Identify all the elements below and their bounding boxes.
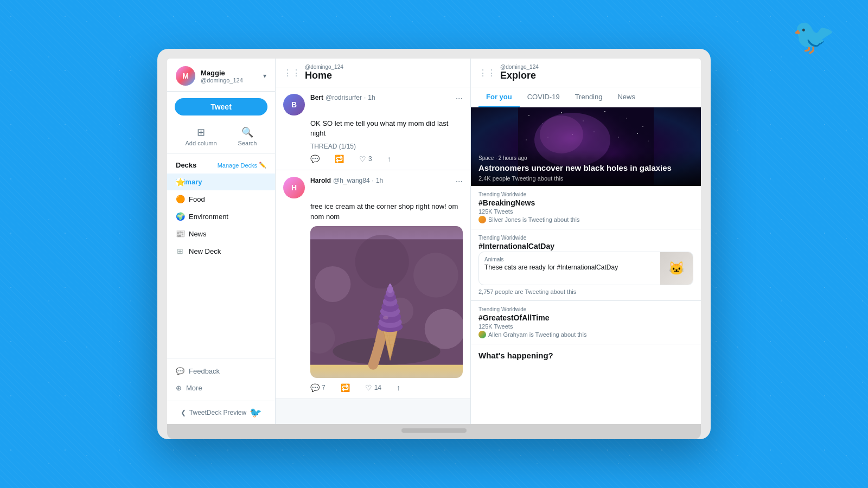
deck-environment[interactable]: 🌍 Environment xyxy=(167,208,275,225)
column-drag-handle[interactable]: ⋮⋮ xyxy=(283,68,301,78)
deck-primary-icon: ⭐ xyxy=(176,178,184,187)
tab-covid[interactable]: COVID-19 xyxy=(520,87,567,107)
share-action[interactable]: ↑ xyxy=(387,155,391,163)
retweet-action[interactable]: 🔁 xyxy=(335,155,344,163)
tweet-button[interactable]: Tweet xyxy=(175,98,267,115)
reply-icon: 💬 xyxy=(310,155,320,163)
account-switcher-chevron[interactable]: ▾ xyxy=(263,72,266,80)
home-column: ⋮⋮ @domingo_124 Home B xyxy=(276,59,471,424)
retweet-action[interactable]: 🔁 xyxy=(341,383,350,392)
attr-text: Silver Jones is Tweeting about this xyxy=(488,216,580,223)
tab-for-you[interactable]: For you xyxy=(478,87,520,107)
avatar[interactable]: M xyxy=(176,66,195,86)
sidebar-header: M Maggie @domingo_124 ▾ xyxy=(167,59,275,92)
deck-news-icon: 📰 xyxy=(176,229,184,238)
sidebar-actions: ⊞ Add column 🔍 Search xyxy=(167,122,275,153)
explore-title: Explore xyxy=(500,70,693,81)
deck-news[interactable]: 📰 News xyxy=(167,225,275,242)
tweet-text: free ice cream at the corner shop right … xyxy=(283,202,463,221)
explore-hero[interactable]: Space · 2 hours ago Astronomers uncover … xyxy=(471,107,701,186)
reply-count: 7 xyxy=(322,384,326,391)
deck-food[interactable]: 🟠 Food xyxy=(167,190,275,208)
tweet-meta: Harold @h_wang84 · 1h xyxy=(310,177,450,184)
tweet-actions: 💬 🔁 ♡ 3 ↑ xyxy=(283,155,463,163)
reply-icon: 💬 xyxy=(310,383,320,392)
ice-cream-photo xyxy=(310,226,463,378)
svg-point-3 xyxy=(355,235,409,288)
cat-stats: 2,757 people are Tweeting about this xyxy=(478,288,693,295)
svg-point-2 xyxy=(413,253,458,298)
user-handle: @domingo_124 xyxy=(201,77,258,84)
add-column-icon: ⊞ xyxy=(197,126,205,138)
tweet-time-value: 1h xyxy=(368,94,375,101)
tweet-actions: 💬 7 🔁 ♡ 14 xyxy=(283,383,463,392)
search-action[interactable]: 🔍 Search xyxy=(238,126,257,146)
like-count: 3 xyxy=(368,155,372,163)
tweet-more-button[interactable]: ··· xyxy=(456,94,463,104)
tweet-header: H Harold @h_wang84 · 1h ··· xyxy=(283,177,463,198)
trending-count: 125K Tweets xyxy=(478,323,693,330)
tweet-header: B Bert @rodrisurfer · 1h ··· xyxy=(283,94,463,115)
search-icon: 🔍 xyxy=(241,126,253,138)
like-action[interactable]: ♡ 14 xyxy=(365,383,381,392)
tab-trending[interactable]: Trending xyxy=(567,87,610,107)
whats-happening: What's happening? xyxy=(471,344,701,367)
tweetdeck-preview-bar[interactable]: ❮ TweetDeck Preview 🐦 xyxy=(167,401,275,424)
columns-area: ⋮⋮ @domingo_124 Home B xyxy=(276,59,701,424)
svg-point-26 xyxy=(383,316,388,319)
deck-environment-icon: 🌍 xyxy=(176,212,184,221)
collapse-icon: ❮ xyxy=(181,409,186,416)
laptop-screen: M Maggie @domingo_124 ▾ Tweet ⊞ Add colu… xyxy=(167,59,701,424)
share-action[interactable]: ↑ xyxy=(397,383,400,392)
deck-new[interactable]: ⊞ New Deck xyxy=(167,242,275,260)
svg-point-1 xyxy=(315,266,350,302)
retweet-icon: 🔁 xyxy=(335,155,344,163)
column-title: Home xyxy=(305,70,463,81)
deck-news-label: News xyxy=(189,230,207,238)
manage-decks-link[interactable]: Manage Decks ✏️ xyxy=(218,162,266,169)
attr-avatar xyxy=(478,331,486,338)
tweetdeck-bird-icon: 🐦 xyxy=(250,407,261,419)
like-icon: ♡ xyxy=(365,383,372,392)
sidebar: M Maggie @domingo_124 ▾ Tweet ⊞ Add colu… xyxy=(167,59,276,424)
retweet-icon: 🔁 xyxy=(341,383,350,392)
tab-news[interactable]: News xyxy=(610,87,643,107)
trending-breaking-news[interactable]: Trending Worldwide #BreakingNews 125K Tw… xyxy=(471,186,701,229)
like-action[interactable]: ♡ 3 xyxy=(359,155,372,163)
deck-primary[interactable]: ⭐ Primary xyxy=(167,174,275,190)
add-column-action[interactable]: ⊞ Add column xyxy=(186,126,217,146)
sidebar-footer: 💬 Feedback ⊕ More xyxy=(167,358,275,401)
column-title-area: @domingo_124 Home xyxy=(305,64,463,81)
hero-stats: 2.4K people Tweeting about this xyxy=(478,175,693,182)
feedback-item[interactable]: 💬 Feedback xyxy=(167,363,275,380)
decks-header: Decks Manage Decks ✏️ xyxy=(167,159,275,174)
trending-attr: Silver Jones is Tweeting about this xyxy=(478,216,693,223)
more-label: More xyxy=(186,384,202,392)
decks-section: Decks Manage Decks ✏️ ⭐ Primary 🟠 Food xyxy=(167,153,275,358)
trending-label: Trending Worldwide xyxy=(478,191,693,197)
explore-tabs: For you COVID-19 Trending News xyxy=(471,87,701,107)
tweet-card: B Bert @rodrisurfer · 1h ··· xyxy=(276,87,470,170)
tweet-time-value: 1h xyxy=(376,177,383,184)
trending-greatest[interactable]: Trending Worldwide #GreatestOfAllTime 12… xyxy=(471,301,701,344)
tweet-more-button[interactable]: ··· xyxy=(456,177,463,187)
tweet-text: OK SO let me tell you what my mom did la… xyxy=(283,119,463,138)
laptop-base xyxy=(167,424,701,439)
reply-action[interactable]: 💬 xyxy=(310,155,320,163)
explore-drag-handle[interactable]: ⋮⋮ xyxy=(478,68,496,78)
more-item[interactable]: ⊕ More xyxy=(167,380,275,396)
user-info: Maggie @domingo_124 xyxy=(201,69,258,84)
tweet-card: H Harold @h_wang84 · 1h ··· xyxy=(276,170,470,399)
reply-action[interactable]: 💬 7 xyxy=(310,383,326,392)
hero-title: Astronomers uncover new black holes in g… xyxy=(478,163,693,174)
cat-card: Animals These cats are ready for #Intern… xyxy=(478,252,693,285)
preview-label: TweetDeck Preview xyxy=(189,409,246,416)
hero-category: Space · 2 hours ago xyxy=(478,155,693,161)
share-icon: ↑ xyxy=(397,383,400,392)
share-icon: ↑ xyxy=(387,155,391,163)
deck-new-icon: ⊞ xyxy=(176,247,184,255)
trending-cat-day[interactable]: Trending Worldwide #InternationalCatDay … xyxy=(471,229,701,301)
add-column-label: Add column xyxy=(186,140,217,146)
deck-new-label: New Deck xyxy=(189,247,221,255)
like-icon: ♡ xyxy=(359,155,366,163)
